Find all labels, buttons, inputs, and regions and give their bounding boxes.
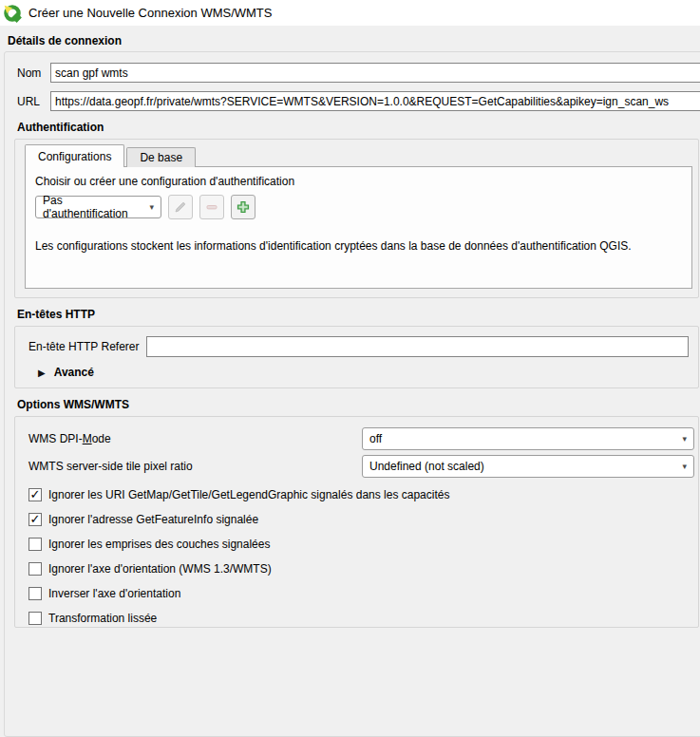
chevron-down-icon: ▾ bbox=[682, 434, 687, 444]
window-title: Créer une Nouvelle Connexion WMS/WMTS bbox=[28, 6, 272, 20]
tile-ratio-row: WMTS server-side tile pixel ratio Undefi… bbox=[28, 455, 694, 478]
checkbox-label: Inverser l'axe d'orientation bbox=[48, 587, 180, 600]
auth-config-select[interactable]: Pas d'authentification ▾ bbox=[35, 196, 161, 218]
referer-input[interactable] bbox=[146, 336, 689, 357]
chevron-down-icon: ▾ bbox=[682, 462, 687, 471]
checkbox-label: Ignorer les emprises des couches signalé… bbox=[48, 538, 270, 551]
url-input[interactable] bbox=[50, 91, 700, 111]
pencil-icon bbox=[173, 199, 188, 215]
plus-icon bbox=[236, 199, 251, 215]
checkbox-row-ignore-axis: ✓ Ignorer l'axe d'orientation (WMS 1.3/W… bbox=[28, 557, 694, 581]
advanced-label: Avancé bbox=[54, 366, 94, 379]
auth-info-text: Les configurations stockent les informat… bbox=[35, 239, 682, 253]
checkbox-label: Ignorer les URI GetMap/GetTile/GetLegend… bbox=[48, 488, 449, 501]
checkbox-row-ignore-getfeatureinfo: ✓ Ignorer l'adresse GetFeatureInfo signa… bbox=[28, 507, 694, 532]
name-input[interactable] bbox=[50, 63, 700, 83]
auth-configurations-pane: Choisir ou créer une configuration d'aut… bbox=[25, 166, 692, 289]
ignore-layer-extents-checkbox[interactable]: ✓ bbox=[28, 538, 42, 551]
dpi-mode-select-value: off bbox=[369, 432, 382, 445]
dpi-mode-label: WMS DPI-Mode bbox=[28, 432, 111, 445]
auth-tabbar: Configurations De base bbox=[25, 144, 698, 167]
referer-label: En-tête HTTP Referer bbox=[28, 340, 139, 353]
checkbox-row-invert-axis: ✓ Inverser l'axe d'orientation bbox=[28, 581, 694, 606]
wms-options-group: WMS DPI-Mode off ▾ WMTS server-side tile… bbox=[14, 416, 699, 628]
collapsed-arrow-icon: ▶ bbox=[38, 368, 46, 378]
wms-options-group-header: Options WMS/WMTS bbox=[17, 398, 700, 411]
tile-ratio-select[interactable]: Undefined (not scaled) ▾ bbox=[362, 455, 694, 478]
invert-axis-orientation-checkbox[interactable]: ✓ bbox=[28, 587, 42, 600]
ignore-getfeatureinfo-checkbox[interactable]: ✓ bbox=[28, 513, 42, 526]
checkbox-label: Transformation lissée bbox=[48, 612, 157, 625]
http-headers-group-header: En-têtes HTTP bbox=[17, 308, 700, 321]
tile-ratio-label: WMTS server-side tile pixel ratio bbox=[28, 460, 193, 473]
name-field-row: Nom bbox=[17, 63, 700, 83]
tab-configurations-label: Configurations bbox=[38, 150, 111, 163]
tab-de-base[interactable]: De base bbox=[126, 147, 196, 167]
edit-config-button[interactable] bbox=[168, 195, 193, 219]
advanced-toggle[interactable]: ▶ Avancé bbox=[38, 366, 689, 379]
qgis-logo-icon bbox=[3, 4, 22, 23]
referer-row: En-tête HTTP Referer bbox=[28, 336, 689, 357]
auth-group-header: Authentification bbox=[17, 121, 700, 134]
dpi-mode-row: WMS DPI-Mode off ▾ bbox=[28, 427, 694, 450]
checkbox-row-smooth-transform: ✓ Transformation lissée bbox=[28, 606, 694, 631]
checkbox-row-ignore-extents: ✓ Ignorer les emprises des couches signa… bbox=[28, 532, 694, 557]
auth-controls-row: Pas d'authentification ▾ bbox=[35, 195, 682, 219]
tab-configurations[interactable]: Configurations bbox=[25, 144, 124, 167]
ignore-axis-orientation-checkbox[interactable]: ✓ bbox=[28, 562, 42, 576]
checkbox-label: Ignorer l'adresse GetFeatureInfo signalé… bbox=[48, 513, 258, 526]
name-label: Nom bbox=[17, 66, 44, 80]
details-group-header: Détails de connexion bbox=[8, 34, 700, 47]
smooth-pixmap-transform-checkbox[interactable]: ✓ bbox=[28, 612, 42, 625]
auth-config-select-value: Pas d'authentification bbox=[43, 194, 136, 220]
auth-group: Configurations De base Choisir ou créer … bbox=[14, 139, 699, 298]
minus-icon bbox=[204, 199, 219, 215]
checkbox-row-ignore-uri: ✓ Ignorer les URI GetMap/GetTile/GetLege… bbox=[28, 482, 694, 507]
url-field-row: URL bbox=[17, 91, 700, 111]
chevron-down-icon: ▾ bbox=[149, 202, 154, 212]
window-titlebar: Créer une Nouvelle Connexion WMS/WMTS bbox=[0, 0, 700, 26]
check-icon: ✓ bbox=[30, 488, 41, 501]
checkbox-label: Ignorer l'axe d'orientation (WMS 1.3/WMT… bbox=[48, 562, 272, 576]
url-label: URL bbox=[17, 95, 44, 108]
tab-de-base-label: De base bbox=[140, 151, 182, 164]
tile-ratio-select-value: Undefined (not scaled) bbox=[369, 460, 484, 473]
add-config-button[interactable] bbox=[231, 195, 255, 219]
ignore-getmap-uri-checkbox[interactable]: ✓ bbox=[28, 488, 42, 501]
auth-choose-label: Choisir ou créer une configuration d'aut… bbox=[35, 175, 682, 188]
check-icon: ✓ bbox=[30, 513, 41, 525]
http-headers-group: En-tête HTTP Referer ▶ Avancé bbox=[14, 326, 699, 388]
details-group: Nom URL Authentification Configurations … bbox=[4, 51, 700, 737]
dpi-mode-select[interactable]: off ▾ bbox=[362, 427, 694, 450]
remove-config-button[interactable] bbox=[199, 195, 224, 219]
